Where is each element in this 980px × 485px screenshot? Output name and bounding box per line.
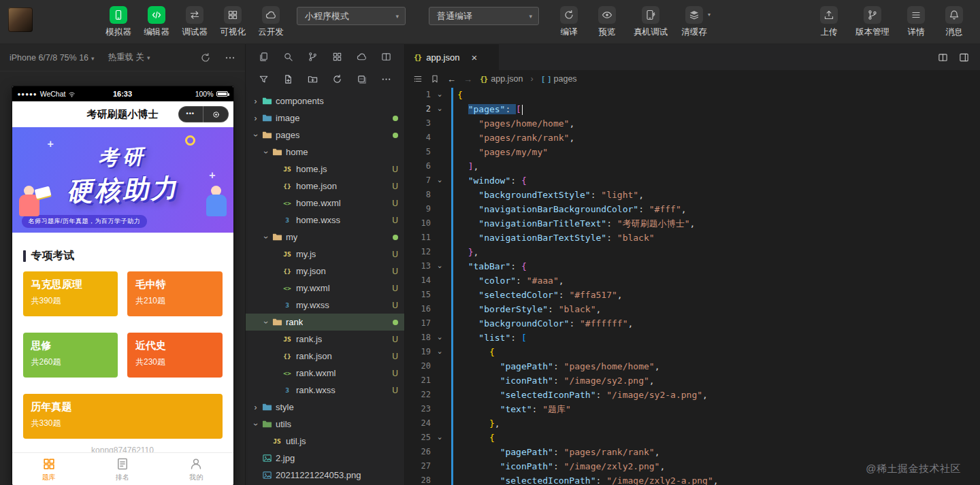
code-text[interactable]: ],	[457, 159, 478, 173]
breadcrumb-symbol[interactable]: [ ] pages	[541, 74, 577, 84]
code-text[interactable]: "backgroundColor": "#ffffff",	[457, 316, 633, 331]
tree-item-my.wxml[interactable]: <>my.wxmlU	[246, 280, 404, 297]
line-number[interactable]: 25	[405, 431, 434, 445]
toolbar-messages-button[interactable]: 消息	[935, 6, 973, 38]
code-text[interactable]: "tabBar": {	[457, 259, 527, 273]
new-file-icon[interactable]	[283, 74, 293, 84]
code-text[interactable]: "selectedIconPath": "/image/zxly2-a.png"…	[457, 473, 719, 485]
outline-icon[interactable]	[413, 74, 423, 84]
code-text[interactable]: "color": "#aaa",	[457, 273, 564, 288]
tree-item-components[interactable]: ›components	[246, 93, 404, 110]
line-number[interactable]: 14	[405, 273, 434, 288]
user-avatar[interactable]	[8, 7, 33, 32]
line-number[interactable]: 26	[405, 445, 434, 459]
line-number[interactable]: 24	[405, 416, 434, 431]
capsule-more-button[interactable]: •••	[178, 106, 203, 122]
forward-icon[interactable]: →	[463, 74, 472, 84]
code-text[interactable]: "pagePath": "pages/home/home",	[457, 359, 659, 373]
code-text[interactable]: {	[457, 345, 495, 359]
toolbar-clear-cache-button[interactable]: ▾清缓存	[675, 6, 713, 38]
new-folder-icon[interactable]	[308, 74, 318, 84]
breadcrumb-file[interactable]: {} app.json	[480, 74, 523, 84]
code-text[interactable]: "iconPath": "/image/zxly2.png",	[457, 459, 665, 473]
exam-card[interactable]: 近代史共230题	[127, 333, 223, 378]
fold-icon[interactable]: ›	[434, 88, 446, 102]
code-text[interactable]: },	[457, 416, 500, 431]
tree-item-home.wxss[interactable]: 3home.wxssU	[246, 212, 404, 229]
code-text[interactable]: "pages/home/home",	[457, 116, 574, 131]
code-text[interactable]: },	[457, 245, 478, 259]
code-text[interactable]: "selectedColor": "#ffa517",	[457, 288, 623, 302]
toolbar-compile-button[interactable]: 编译	[550, 6, 588, 38]
split-editor-icon[interactable]	[938, 52, 948, 63]
code-text[interactable]: "backgroundTextStyle": "light",	[457, 188, 644, 202]
line-number[interactable]: 2	[405, 102, 434, 116]
code-text[interactable]: "pages/my/my"	[457, 145, 548, 159]
line-number[interactable]: 5	[405, 145, 434, 159]
line-number[interactable]: 6	[405, 159, 434, 173]
toolbar-details-button[interactable]: 详情	[897, 6, 935, 38]
tree-item-image[interactable]: ›image	[246, 110, 404, 127]
tree-item-rank.wxss[interactable]: 3rank.wxssU	[246, 382, 404, 399]
extensions-icon[interactable]	[332, 52, 342, 62]
more-icon[interactable]	[225, 52, 235, 63]
tree-item-rank.js[interactable]: JSrank.jsU	[246, 331, 404, 348]
code-text[interactable]: "borderStyle": "black",	[457, 302, 601, 316]
line-number[interactable]: 10	[405, 216, 434, 231]
refresh-icon[interactable]	[200, 52, 211, 63]
line-number[interactable]: 9	[405, 202, 434, 216]
search-icon[interactable]	[283, 52, 293, 62]
collapse-all-icon[interactable]	[357, 74, 367, 84]
hero-banner[interactable]: 考研 硬核助力 名师习题库/历年真题，为百万学子助力 + +	[12, 127, 233, 233]
tree-item-rank.wxml[interactable]: <>rank.wxmlU	[246, 365, 404, 382]
phone-tab-我的[interactable]: 我的	[159, 453, 233, 485]
toolbar-debugger-button[interactable]: 调试器	[176, 6, 214, 38]
tree-item-utils[interactable]: ›utils	[246, 416, 404, 433]
line-number[interactable]: 23	[405, 402, 434, 416]
exam-card[interactable]: 毛中特共210题	[127, 271, 223, 316]
bookmark-icon[interactable]	[430, 74, 440, 84]
branch-icon[interactable]	[308, 52, 318, 62]
fold-icon[interactable]: ›	[434, 345, 446, 359]
code-text[interactable]: "pages": [	[457, 102, 523, 116]
filter-icon[interactable]	[259, 74, 269, 84]
code-text[interactable]: "list": [	[457, 331, 527, 345]
line-number[interactable]: 15	[405, 288, 434, 302]
editor-layout-icon[interactable]	[959, 52, 969, 63]
code-text[interactable]: "pages/rank/rank",	[457, 131, 574, 145]
code-text[interactable]: "text": "题库"	[457, 402, 571, 416]
toolbar-editor-button[interactable]: 编辑器	[137, 6, 176, 38]
more-icon[interactable]	[381, 74, 391, 84]
mode-select[interactable]: 小程序模式 ▾	[297, 7, 406, 25]
compile-mode-select[interactable]: 普通编译 ▾	[429, 7, 539, 25]
line-number[interactable]: 1	[405, 88, 434, 102]
code-text[interactable]: {	[457, 88, 463, 102]
code-text[interactable]: "navigationBarTextStyle": "black"	[457, 231, 655, 245]
files-icon[interactable]	[259, 52, 269, 62]
cloud-icon[interactable]	[357, 52, 367, 62]
fold-icon[interactable]: ›	[434, 331, 446, 345]
phone-tab-排名[interactable]: 排名	[86, 453, 159, 485]
tree-item-home[interactable]: ›home	[246, 144, 404, 161]
line-number[interactable]: 17	[405, 316, 434, 331]
toolbar-preview-button[interactable]: 预览	[588, 6, 626, 38]
line-number[interactable]: 18	[405, 331, 434, 345]
line-number[interactable]: 28	[405, 473, 434, 485]
editor-tab-appjson[interactable]: {} app.json ×	[405, 44, 499, 70]
close-icon[interactable]: ×	[471, 52, 477, 63]
tree-item-home.js[interactable]: JShome.jsU	[246, 161, 404, 178]
fold-icon[interactable]: ›	[434, 102, 446, 116]
code-text[interactable]: "navigationBarTitleText": "考研刷题小博士",	[457, 216, 695, 231]
fold-icon[interactable]: ›	[434, 173, 446, 188]
line-number[interactable]: 7	[405, 173, 434, 188]
line-number[interactable]: 16	[405, 302, 434, 316]
line-number[interactable]: 13	[405, 259, 434, 273]
tree-item-rank.json[interactable]: {}rank.jsonU	[246, 348, 404, 365]
code-text[interactable]: {	[457, 431, 495, 445]
exam-card[interactable]: 历年真题共330题	[23, 394, 223, 439]
tree-item-my[interactable]: ›my	[246, 229, 404, 246]
toolbar-version-button[interactable]: 版本管理	[848, 6, 897, 38]
back-icon[interactable]: ←	[447, 74, 456, 84]
fold-icon[interactable]: ›	[434, 431, 446, 445]
tree-item-my.json[interactable]: {}my.jsonU	[246, 263, 404, 280]
